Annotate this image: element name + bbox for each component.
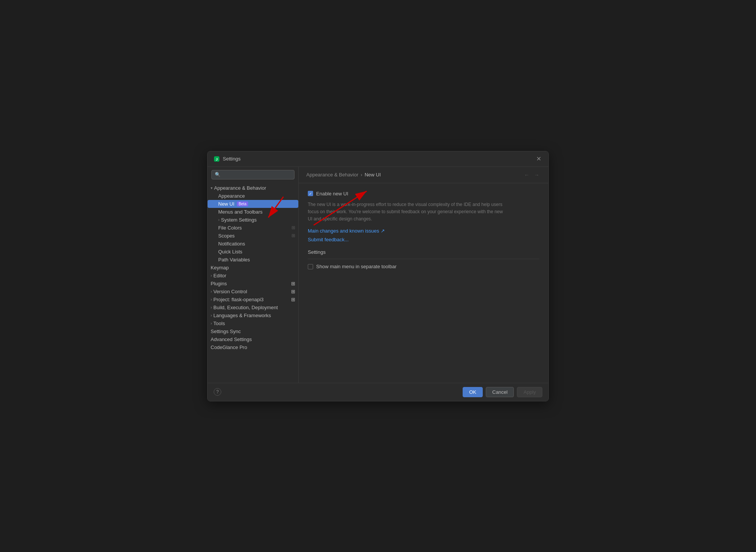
grid-icon-3: ⊞ (291, 281, 295, 286)
sidebar-item-appearance[interactable]: Appearance (208, 192, 298, 200)
chevron-right-icon-3: › (211, 289, 212, 294)
apply-button[interactable]: Apply (517, 387, 542, 397)
content-body: Enable new UI The new UI is a work-in-pr… (299, 183, 548, 383)
settings-section-title: Settings (308, 249, 539, 255)
chevron-right-icon-2: › (211, 274, 212, 278)
enable-new-ui-row: Enable new UI (308, 191, 539, 197)
beta-badge: Beta (237, 201, 249, 206)
sidebar-item-build-execution[interactable]: › Build, Execution, Deployment (208, 304, 298, 311)
svg-text:J: J (216, 157, 217, 161)
breadcrumb: Appearance & Behavior › New UI (306, 172, 523, 178)
dialog-title: Settings (223, 156, 535, 162)
sidebar-item-quick-lists[interactable]: Quick Lists (208, 248, 298, 256)
sidebar-item-project[interactable]: › Project: flask-openapi3 ⊞ (208, 296, 298, 304)
sidebar-item-version-control[interactable]: › Version Control ⊞ (208, 288, 298, 296)
sidebar-item-new-ui[interactable]: New UI Beta (208, 200, 298, 208)
footer-left: ? (214, 388, 221, 396)
main-content: Appearance & Behavior › New UI ← → Enabl… (299, 167, 548, 383)
sidebar-item-tools[interactable]: › Tools (208, 319, 298, 327)
sidebar-item-path-variables[interactable]: Path Variables (208, 256, 298, 264)
enable-new-ui-label: Enable new UI (316, 191, 348, 197)
search-icon: 🔍 (215, 172, 220, 177)
sidebar-item-plugins[interactable]: Plugins ⊞ (208, 280, 298, 288)
chevron-right-icon-4: › (211, 297, 212, 302)
show-menu-label: Show main menu in separate toolbar (316, 264, 397, 269)
breadcrumb-separator: › (361, 172, 362, 178)
sidebar-item-keymap[interactable]: Keymap (208, 264, 298, 272)
nav-group-appearance-behavior[interactable]: ▾ Appearance & Behavior (208, 184, 298, 192)
search-input[interactable] (223, 172, 291, 178)
sidebar-item-languages[interactable]: › Languages & Frameworks (208, 311, 298, 319)
footer-right: OK Cancel Apply (463, 387, 542, 397)
section-divider (308, 259, 539, 259)
close-button[interactable]: ✕ (535, 155, 542, 163)
sidebar-item-advanced-settings[interactable]: Advanced Settings (208, 335, 298, 343)
enable-new-ui-checkbox[interactable] (308, 191, 313, 196)
grid-icon-4: ⊞ (291, 289, 295, 294)
sidebar: 🔍 ▾ Appearance & Behavior Appearance New… (208, 167, 299, 383)
content-header: Appearance & Behavior › New UI ← → (299, 167, 548, 183)
forward-button[interactable]: → (532, 171, 541, 179)
sidebar-item-menus-toolbars[interactable]: Menus and Toolbars (208, 208, 298, 216)
chevron-right-icon-5: › (211, 305, 212, 310)
appearance-behavior-children: Appearance New UI Beta Menus and Toolbar… (208, 192, 298, 264)
show-menu-row: Show main menu in separate toolbar (308, 264, 539, 269)
sidebar-item-settings-sync[interactable]: Settings Sync (208, 327, 298, 335)
sidebar-item-file-colors[interactable]: File Colors ⊞ (208, 224, 298, 232)
app-icon: J (214, 156, 220, 162)
back-button[interactable]: ← (523, 171, 531, 179)
ok-button[interactable]: OK (463, 387, 483, 397)
sidebar-item-scopes[interactable]: Scopes ⊞ (208, 232, 298, 240)
search-box[interactable]: 🔍 (211, 170, 295, 179)
sidebar-item-system-settings[interactable]: › System Settings (208, 216, 298, 224)
main-changes-link[interactable]: Main changes and known issues ↗ (308, 228, 539, 234)
sidebar-item-editor[interactable]: › Editor (208, 272, 298, 280)
grid-icon-2: ⊞ (291, 233, 295, 238)
chevron-right-icon-6: › (211, 313, 212, 318)
settings-section: Settings Show main menu in separate tool… (308, 249, 539, 269)
chevron-down-icon: ▾ (211, 186, 213, 190)
dialog-footer: ? OK Cancel Apply (208, 383, 548, 401)
nav-tree: ▾ Appearance & Behavior Appearance New U… (208, 182, 298, 353)
chevron-right-icon-7: › (211, 321, 212, 326)
title-bar: J Settings ✕ (208, 151, 548, 167)
sidebar-item-notifications[interactable]: Notifications (208, 240, 298, 248)
description-text: The new UI is a work-in-progress effort … (308, 201, 505, 223)
breadcrumb-parent: Appearance & Behavior (306, 172, 358, 178)
help-button[interactable]: ? (214, 388, 221, 396)
breadcrumb-current: New UI (365, 172, 381, 178)
grid-icon: ⊞ (291, 225, 295, 230)
chevron-right-icon: › (218, 218, 219, 222)
grid-icon-5: ⊞ (291, 297, 295, 302)
show-menu-checkbox[interactable] (308, 264, 313, 269)
nav-arrows: ← → (523, 171, 541, 179)
sidebar-item-codeglance-pro[interactable]: CodeGlance Pro (208, 343, 298, 351)
submit-feedback-link[interactable]: Submit feedback... (308, 237, 539, 242)
dialog-body: 🔍 ▾ Appearance & Behavior Appearance New… (208, 167, 548, 383)
cancel-button[interactable]: Cancel (486, 387, 514, 397)
settings-dialog: J Settings ✕ 🔍 ▾ Appearance & Behavior A… (207, 151, 549, 401)
